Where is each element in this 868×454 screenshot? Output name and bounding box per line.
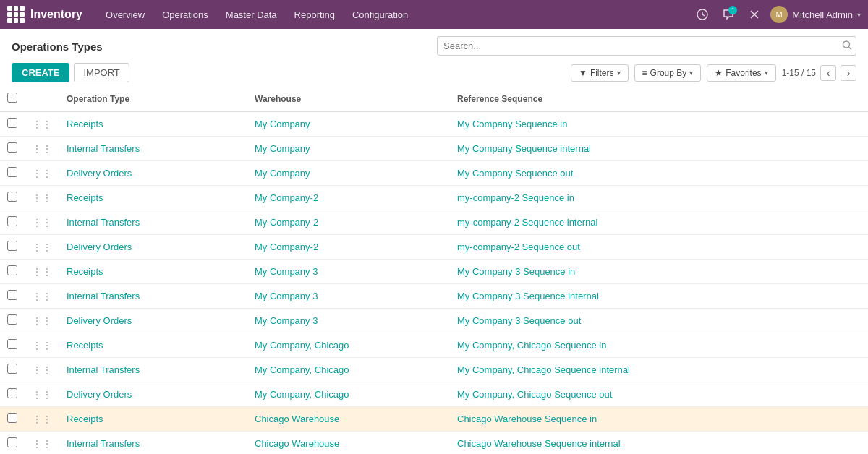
table-row[interactable]: ⋮⋮Internal TransfersMy Company 3My Compa… bbox=[0, 284, 868, 309]
table-row[interactable]: ⋮⋮ReceiptsMy CompanyMy Company Sequence … bbox=[0, 111, 868, 137]
select-all-checkbox[interactable] bbox=[7, 93, 17, 103]
table-row[interactable]: ⋮⋮ReceiptsMy Company-2my-company-2 Seque… bbox=[0, 186, 868, 210]
warehouse-link[interactable]: Chicago Warehouse bbox=[255, 438, 339, 449]
reference-sequence-link[interactable]: my-company-2 Sequence out bbox=[457, 241, 580, 252]
search-input[interactable] bbox=[437, 36, 856, 56]
table-row[interactable]: ⋮⋮Delivery OrdersMy Company, ChicagoMy C… bbox=[0, 382, 868, 407]
row-checkbox[interactable] bbox=[7, 314, 17, 325]
warehouse-link[interactable]: My Company, Chicago bbox=[255, 340, 349, 351]
nav-reporting[interactable]: Reporting bbox=[286, 0, 344, 29]
drag-handle[interactable]: ⋮⋮ bbox=[25, 210, 59, 235]
warehouse-link[interactable]: My Company bbox=[255, 119, 310, 129]
search-submit-icon[interactable] bbox=[842, 40, 852, 52]
reference-sequence-link[interactable]: My Company, Chicago Sequence internal bbox=[457, 364, 630, 375]
drag-handle[interactable]: ⋮⋮ bbox=[25, 161, 59, 186]
reference-sequence-link[interactable]: my-company-2 Sequence in bbox=[457, 192, 574, 203]
table-row[interactable]: ⋮⋮ReceiptsMy Company, ChicagoMy Company,… bbox=[0, 333, 868, 358]
reference-sequence-link[interactable]: My Company 3 Sequence out bbox=[457, 315, 581, 326]
row-checkbox[interactable] bbox=[7, 339, 17, 349]
reference-sequence-link[interactable]: Chicago Warehouse Sequence internal bbox=[457, 438, 621, 449]
chat-icon[interactable]: 1 bbox=[718, 4, 739, 25]
row-checkbox[interactable] bbox=[7, 265, 17, 275]
row-checkbox[interactable] bbox=[7, 290, 17, 300]
operation-type-link[interactable]: Internal Transfers bbox=[67, 438, 140, 449]
drag-handle[interactable]: ⋮⋮ bbox=[25, 137, 59, 161]
table-row[interactable]: ⋮⋮Internal TransfersMy CompanyMy Company… bbox=[0, 137, 868, 161]
warehouse-link[interactable]: My Company bbox=[255, 168, 310, 179]
nav-overview[interactable]: Overview bbox=[97, 0, 153, 29]
reference-sequence-link[interactable]: My Company 3 Sequence internal bbox=[457, 291, 599, 301]
drag-handle[interactable]: ⋮⋮ bbox=[25, 382, 59, 407]
warehouse-link[interactable]: My Company, Chicago bbox=[255, 389, 349, 400]
reference-sequence-link[interactable]: My Company 3 Sequence in bbox=[457, 266, 575, 277]
groupby-button[interactable]: ≡ Group By ▾ bbox=[634, 64, 702, 82]
reference-sequence-link[interactable]: My Company Sequence internal bbox=[457, 143, 591, 154]
nav-configuration[interactable]: Configuration bbox=[344, 0, 417, 29]
drag-handle[interactable]: ⋮⋮ bbox=[25, 260, 59, 284]
table-row[interactable]: ⋮⋮Delivery OrdersMy Company 3My Company … bbox=[0, 309, 868, 333]
reference-sequence-link[interactable]: My Company Sequence in bbox=[457, 119, 567, 129]
nav-operations[interactable]: Operations bbox=[153, 0, 217, 29]
close-icon[interactable] bbox=[744, 4, 765, 25]
row-checkbox[interactable] bbox=[7, 216, 17, 226]
create-button[interactable]: CREATE bbox=[12, 63, 69, 82]
row-checkbox[interactable] bbox=[7, 437, 17, 447]
app-grid-icon[interactable] bbox=[7, 6, 25, 23]
operation-type-link[interactable]: Internal Transfers bbox=[67, 143, 140, 154]
row-checkbox[interactable] bbox=[7, 167, 17, 177]
drag-handle[interactable]: ⋮⋮ bbox=[25, 186, 59, 210]
row-checkbox[interactable] bbox=[7, 364, 17, 374]
warehouse-link[interactable]: My Company 3 bbox=[255, 291, 318, 301]
table-row[interactable]: ⋮⋮Internal TransfersMy Company-2my-compa… bbox=[0, 210, 868, 235]
row-checkbox[interactable] bbox=[7, 142, 17, 153]
table-row[interactable]: ⋮⋮Internal TransfersMy Company, ChicagoM… bbox=[0, 358, 868, 382]
row-checkbox[interactable] bbox=[7, 192, 17, 202]
import-button[interactable]: IMPORT bbox=[74, 63, 129, 82]
filters-button[interactable]: ▼ Filters ▾ bbox=[571, 64, 629, 82]
pagination-prev-button[interactable]: ‹ bbox=[820, 65, 836, 81]
row-checkbox[interactable] bbox=[7, 388, 17, 398]
operation-type-link[interactable]: Delivery Orders bbox=[67, 389, 132, 400]
drag-handle[interactable]: ⋮⋮ bbox=[25, 333, 59, 358]
operation-type-link[interactable]: Delivery Orders bbox=[67, 315, 132, 326]
operation-type-link[interactable]: Internal Transfers bbox=[67, 217, 140, 228]
drag-handle[interactable]: ⋮⋮ bbox=[25, 432, 59, 455]
reference-sequence-link[interactable]: Chicago Warehouse Sequence in bbox=[457, 414, 597, 424]
operation-type-link[interactable]: Receipts bbox=[67, 414, 103, 424]
operation-type-link[interactable]: Receipts bbox=[67, 192, 103, 203]
drag-handle[interactable]: ⋮⋮ bbox=[25, 407, 59, 432]
warehouse-link[interactable]: My Company bbox=[255, 143, 310, 154]
warehouse-link[interactable]: My Company 3 bbox=[255, 315, 318, 326]
warehouse-link[interactable]: My Company, Chicago bbox=[255, 364, 349, 375]
drag-handle[interactable]: ⋮⋮ bbox=[25, 235, 59, 260]
operation-type-link[interactable]: Delivery Orders bbox=[67, 168, 132, 179]
drag-handle[interactable]: ⋮⋮ bbox=[25, 358, 59, 382]
warehouse-link[interactable]: My Company-2 bbox=[255, 217, 318, 228]
drag-handle[interactable]: ⋮⋮ bbox=[25, 111, 59, 137]
warehouse-link[interactable]: My Company-2 bbox=[255, 241, 318, 252]
row-checkbox[interactable] bbox=[7, 413, 17, 423]
operation-type-link[interactable]: Receipts bbox=[67, 340, 103, 351]
row-checkbox[interactable] bbox=[7, 118, 17, 128]
reference-sequence-link[interactable]: My Company Sequence out bbox=[457, 168, 573, 179]
reference-sequence-link[interactable]: my-company-2 Sequence internal bbox=[457, 217, 597, 228]
operation-type-link[interactable]: Internal Transfers bbox=[67, 291, 140, 301]
drag-handle[interactable]: ⋮⋮ bbox=[25, 309, 59, 333]
operation-type-link[interactable]: Receipts bbox=[67, 266, 103, 277]
warehouse-link[interactable]: Chicago Warehouse bbox=[255, 414, 339, 424]
table-row[interactable]: ⋮⋮ReceiptsMy Company 3My Company 3 Seque… bbox=[0, 260, 868, 284]
reference-sequence-link[interactable]: My Company, Chicago Sequence in bbox=[457, 340, 606, 351]
warehouse-link[interactable]: My Company 3 bbox=[255, 266, 318, 277]
favorites-button[interactable]: ★ Favorites ▾ bbox=[707, 64, 775, 82]
operation-type-link[interactable]: Internal Transfers bbox=[67, 364, 140, 375]
operation-type-link[interactable]: Delivery Orders bbox=[67, 241, 132, 252]
nav-master-data[interactable]: Master Data bbox=[217, 0, 286, 29]
user-menu[interactable]: M Mitchell Admin ▾ bbox=[770, 6, 861, 23]
reference-sequence-link[interactable]: My Company, Chicago Sequence out bbox=[457, 389, 612, 400]
table-row[interactable]: ⋮⋮Internal TransfersChicago WarehouseChi… bbox=[0, 432, 868, 455]
warehouse-link[interactable]: My Company-2 bbox=[255, 192, 318, 203]
pagination-next-button[interactable]: › bbox=[841, 65, 856, 81]
table-row[interactable]: ⋮⋮ReceiptsChicago WarehouseChicago Wareh… bbox=[0, 407, 868, 432]
table-row[interactable]: ⋮⋮Delivery OrdersMy Company-2my-company-… bbox=[0, 235, 868, 260]
drag-handle[interactable]: ⋮⋮ bbox=[25, 284, 59, 309]
